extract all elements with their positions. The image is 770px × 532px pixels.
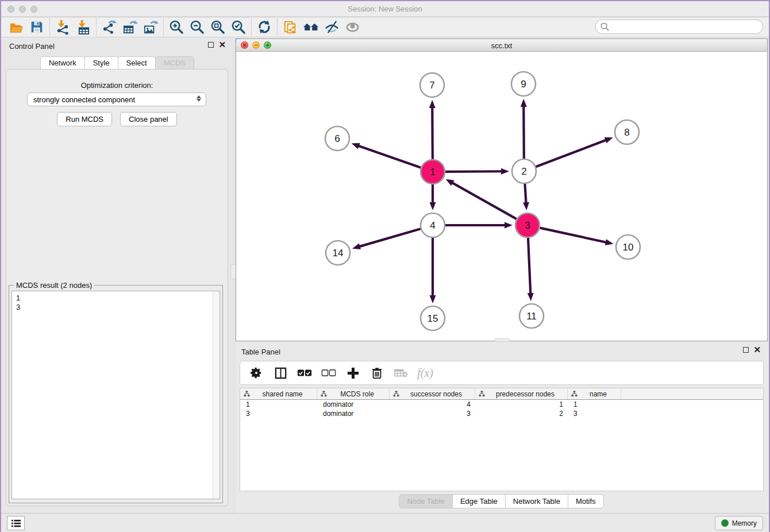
table-cell[interactable]: dominator — [317, 400, 390, 409]
graph-edge-1-2[interactable] — [445, 171, 502, 172]
table-cell[interactable]: 3 — [390, 409, 475, 418]
graph-edge-1-6[interactable] — [358, 146, 421, 168]
run-mcds-button[interactable]: Run MCDS — [57, 112, 112, 126]
tab-network-table[interactable]: Network Table — [505, 494, 568, 508]
graph-node-3[interactable]: 3 — [515, 213, 540, 237]
home-button[interactable] — [301, 18, 321, 36]
graph-arrowhead-4-3 — [505, 222, 513, 229]
table-cell[interactable]: 4 — [390, 400, 475, 409]
column-header-predecessor-nodes[interactable]: predecessor nodes — [475, 388, 568, 399]
table-row[interactable]: 3dominator323 — [240, 409, 763, 418]
table-clear-selection-button[interactable] — [318, 363, 339, 383]
table-cell[interactable]: dominator — [317, 409, 390, 418]
table-cell[interactable]: 3 — [240, 409, 317, 418]
close-panel-icon[interactable]: ✕ — [218, 42, 226, 48]
table-split-panel-button[interactable] — [270, 363, 291, 383]
graph-node-6[interactable]: 6 — [325, 126, 349, 151]
control-tab-mcds[interactable]: MCDS — [155, 56, 194, 69]
graph-edge-3-1[interactable] — [452, 183, 517, 219]
column-header-name[interactable]: name — [568, 388, 621, 399]
export-network-button[interactable] — [99, 18, 120, 36]
table-cell[interactable]: 1 — [240, 400, 317, 409]
graph-edge-4-14[interactable] — [359, 229, 420, 246]
float-panel-icon[interactable] — [208, 42, 214, 48]
graph-edge-1-7[interactable] — [432, 107, 433, 159]
export-table-button[interactable] — [120, 18, 140, 36]
table-select-all-button[interactable] — [294, 363, 315, 383]
table-delete-column-button[interactable] — [367, 363, 387, 383]
table-settings-button[interactable] — [246, 363, 267, 383]
network-window: × – + scc.txt 1234678910111415 — [236, 38, 768, 341]
table-cell[interactable]: 2 — [475, 409, 568, 418]
open-session-button[interactable] — [6, 18, 26, 36]
hide-graphics-details-button[interactable] — [321, 18, 342, 36]
graph-node-4[interactable]: 4 — [421, 213, 445, 237]
graph-edge-2-9[interactable] — [523, 106, 524, 159]
memory-button[interactable]: Memory — [715, 516, 763, 530]
duplicate-network-button[interactable] — [280, 18, 301, 36]
zoom-in-button[interactable] — [166, 18, 187, 36]
mcds-tab-content: Optimization criterion: strongly connect… — [6, 69, 228, 506]
table-cell[interactable]: 1 — [475, 400, 568, 409]
column-header-MCDS-role[interactable]: MCDS role — [317, 388, 390, 399]
graph-arrowhead-2-3 — [523, 202, 529, 210]
graph-node-2[interactable]: 2 — [512, 159, 536, 183]
table-cell[interactable]: 1 — [568, 400, 621, 409]
zoom-out-button[interactable] — [187, 18, 207, 36]
import-network-button[interactable] — [52, 18, 73, 36]
graph-node-11[interactable]: 11 — [519, 304, 544, 328]
toolbar-separator — [96, 18, 97, 36]
graph-edge-3-11[interactable] — [528, 238, 530, 294]
svg-text:10: 10 — [623, 242, 634, 253]
column-header-shared-name[interactable]: shared name — [240, 388, 317, 399]
graph-node-1[interactable]: 1 — [421, 160, 445, 184]
graph-edge-2-3[interactable] — [525, 184, 526, 203]
network-window-titlebar[interactable]: × – + scc.txt — [236, 39, 767, 52]
zoom-fit-button[interactable] — [207, 18, 228, 36]
table-row[interactable]: 1dominator411 — [240, 400, 763, 409]
svg-text:8: 8 — [624, 127, 629, 138]
column-header-successor-nodes[interactable]: successor nodes — [390, 388, 475, 399]
optimization-criterion-select[interactable]: strongly connected component — [27, 92, 206, 106]
control-tab-network[interactable]: Network — [40, 56, 85, 69]
graph-arrowhead-1-7 — [429, 100, 436, 108]
tab-edge-table[interactable]: Edge Table — [452, 494, 506, 508]
network-splitter-handle[interactable] — [495, 338, 510, 342]
zoom-out-icon — [190, 20, 205, 35]
result-scrollbar[interactable] — [213, 291, 220, 499]
select-stepper-icon — [197, 95, 201, 102]
graph-node-8[interactable]: 8 — [615, 120, 639, 144]
toolbar-separator — [251, 18, 252, 36]
table-function-builder-button[interactable]: f(x) — [415, 363, 436, 383]
svg-text:1: 1 — [430, 167, 435, 178]
graph-edge-3-10[interactable] — [540, 228, 606, 242]
graph-node-10[interactable]: 10 — [616, 235, 640, 259]
network-canvas[interactable]: 1234678910111415 — [236, 52, 767, 341]
control-tab-style[interactable]: Style — [84, 56, 118, 69]
table-add-column-button[interactable] — [342, 363, 363, 383]
control-tab-select[interactable]: Select — [118, 56, 156, 69]
export-image-button[interactable] — [140, 18, 161, 36]
mcds-result-text[interactable]: 1 3 — [11, 291, 220, 499]
search-field-wrap — [595, 20, 763, 34]
save-session-button[interactable] — [26, 18, 47, 36]
zoom-selected-button[interactable] — [228, 18, 249, 36]
graph-node-9[interactable]: 9 — [511, 72, 536, 96]
tab-motifs[interactable]: Motifs — [568, 494, 604, 508]
show-graphics-details-button[interactable] — [342, 18, 363, 36]
search-input[interactable] — [595, 20, 763, 34]
graph-node-7[interactable]: 7 — [420, 73, 444, 97]
float-table-panel-icon[interactable] — [743, 347, 749, 353]
table-delete-table-button[interactable] — [391, 363, 411, 383]
table-cell[interactable]: 3 — [568, 409, 621, 418]
task-history-button[interactable] — [7, 516, 25, 530]
tab-node-table[interactable]: Node Table — [399, 494, 453, 508]
graph-node-15[interactable]: 15 — [421, 306, 445, 330]
close-table-panel-icon[interactable]: ✕ — [753, 347, 761, 353]
refresh-button[interactable] — [254, 18, 275, 36]
svg-text:9: 9 — [521, 79, 526, 90]
graph-node-14[interactable]: 14 — [326, 241, 350, 265]
graph-edge-2-8[interactable] — [536, 140, 607, 167]
close-panel-button[interactable]: Close panel — [120, 112, 177, 126]
import-table-button[interactable] — [73, 18, 94, 36]
